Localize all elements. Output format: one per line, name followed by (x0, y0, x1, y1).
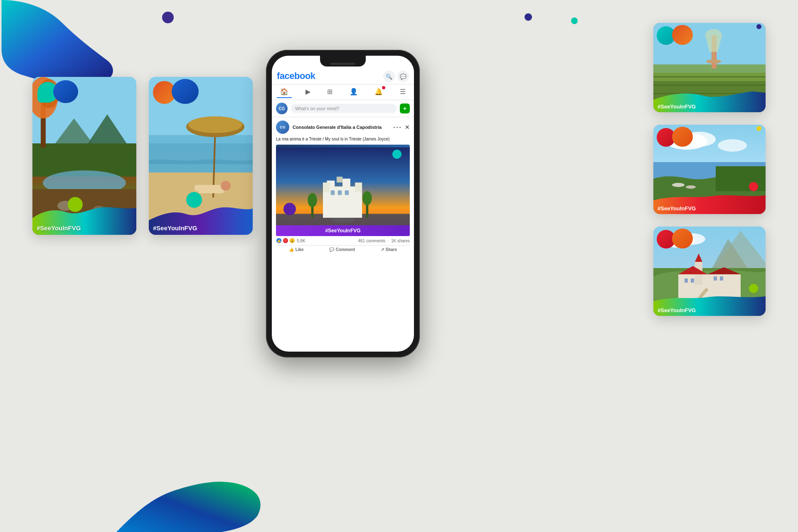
svg-rect-28 (323, 182, 330, 192)
blob-orange-coast (672, 127, 693, 147)
blob-teal-post (392, 150, 401, 159)
fb-nav-profile[interactable]: 👤 (346, 86, 361, 98)
fb-nav-home[interactable]: 🏠 (277, 86, 292, 98)
fb-status-input[interactable]: What's on your mind? (291, 104, 397, 113)
fb-messenger-icon[interactable]: 💬 (397, 71, 409, 82)
blob-red-small (749, 182, 758, 191)
svg-rect-39 (653, 64, 766, 81)
fb-post-menu[interactable]: ✕ (394, 124, 410, 131)
fb-reactions-count: 5.8K (297, 239, 305, 243)
blob-orange-village (672, 229, 693, 249)
fb-post-avatar: CG (276, 121, 289, 134)
fb-header: facebook 🔍 💬 (272, 66, 414, 84)
fb-comment-btn[interactable]: 💬 Comment (329, 247, 355, 252)
hashtag-coast: #SeeYouInFVG (658, 205, 696, 212)
main-layout: #SeeYouInFVG (0, 0, 798, 532)
bg-blob-bottom-left (116, 457, 262, 532)
fb-story-icon[interactable]: + (400, 103, 410, 113)
fb-like-btn[interactable]: 👍 Like (289, 247, 304, 252)
blob-green-village (749, 284, 758, 293)
fb-nav-store[interactable]: ⊞ (324, 86, 336, 98)
fb-user-avatar: CG (276, 103, 288, 114)
svg-point-19 (221, 181, 231, 191)
svg-rect-66 (685, 278, 688, 283)
fb-logo: facebook (277, 71, 315, 81)
svg-rect-52 (716, 166, 766, 191)
svg-point-8 (39, 79, 59, 108)
svg-point-54 (686, 185, 696, 189)
card-autumn-lake: #SeeYouInFVG (32, 77, 136, 235)
svg-rect-67 (691, 278, 694, 283)
svg-rect-20 (199, 190, 224, 193)
fb-post-text: La mia anima è a Trieste / My soul is in… (276, 136, 410, 142)
dot-top-center (162, 12, 174, 23)
blob-orange-wine (672, 25, 693, 45)
fb-nav-video[interactable]: ▶ (302, 86, 314, 98)
svg-rect-29 (355, 182, 362, 192)
phone-notch (320, 56, 366, 66)
svg-point-49 (718, 139, 747, 152)
hashtag-card2: #SeeYouInFVG (153, 224, 197, 232)
fb-post-page-name: Consolato Generale d'Italia a Capodistri… (293, 125, 382, 130)
svg-rect-68 (714, 276, 717, 281)
bg-blob-top-left (0, 0, 116, 83)
fb-actions: 👍 Like 💬 Comment ↗ Share (276, 246, 410, 254)
fb-share-btn[interactable]: ↗ Share (381, 247, 397, 252)
hashtag-wine: #SeeYouInFVG (658, 103, 696, 110)
blob-purple-post (283, 203, 296, 215)
fb-nav-bell[interactable]: 🔔 (371, 86, 386, 98)
svg-rect-69 (720, 276, 723, 281)
svg-point-36 (362, 191, 372, 205)
svg-point-45 (706, 59, 721, 64)
dot-wine (756, 24, 761, 29)
fb-post-hashtag: #SeeYouInFVG (276, 225, 410, 236)
dot-top-right (525, 13, 532, 21)
fb-nav: 🏠 ▶ ⊞ 👤 🔔 ☰ (272, 84, 414, 100)
fb-status-bar: CG What's on your mind? + (272, 100, 414, 117)
svg-point-53 (672, 183, 685, 187)
fb-search-icon[interactable]: 🔍 (383, 71, 395, 82)
card-coast: #SeeYouInFVG (653, 125, 766, 214)
hashtag-card1: #SeeYouInFVG (37, 224, 81, 232)
svg-rect-32 (345, 190, 349, 195)
card-beach: #SeeYouInFVG (149, 77, 253, 235)
svg-rect-30 (331, 190, 335, 195)
dot-teal-top (571, 17, 578, 24)
fb-reactions: 👍 ❤️ 😮 5.8K 461 comments · 1K shares (276, 236, 410, 246)
fb-comments-shares: 461 comments · 1K shares (358, 239, 410, 243)
svg-point-17 (188, 116, 242, 133)
fb-nav-menu[interactable]: ☰ (397, 86, 409, 98)
hashtag-village: #SeeYouInFVG (658, 307, 696, 313)
svg-rect-27 (337, 177, 342, 182)
card-village: #SeeYouInFVG (653, 227, 766, 316)
card-wine: #SeeYouInFVG (653, 23, 766, 112)
svg-rect-26 (342, 179, 350, 189)
fb-post: CG Consolato Generale d'Italia a Capodis… (272, 117, 414, 257)
dot-yellow-coast (756, 126, 761, 131)
phone-mockup: facebook 🔍 💬 🏠 ▶ ⊞ 👤 🔔 ☰ (266, 50, 420, 357)
svg-rect-31 (338, 190, 342, 195)
fb-post-image: #SeeYouInFVG (276, 145, 410, 236)
svg-point-34 (308, 193, 317, 207)
